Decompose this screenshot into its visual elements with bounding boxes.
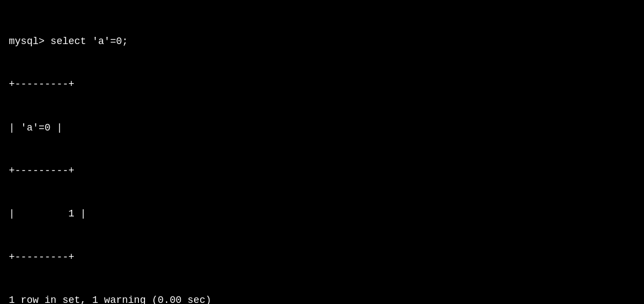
table-separator-1b: +---------+ (9, 164, 635, 178)
table-separator-1a: +---------+ (9, 77, 635, 91)
table-separator-1c: +---------+ (9, 250, 635, 264)
terminal-window: mysql> select 'a'=0; +---------+ | 'a'=0… (9, 6, 635, 304)
table-header-1: | 'a'=0 | (9, 121, 635, 135)
result-line-1: 1 row in set, 1 warning (0.00 sec) (9, 293, 635, 304)
command-line-1: mysql> select 'a'=0; (9, 34, 635, 48)
table-value-1: | 1 | (9, 207, 635, 221)
